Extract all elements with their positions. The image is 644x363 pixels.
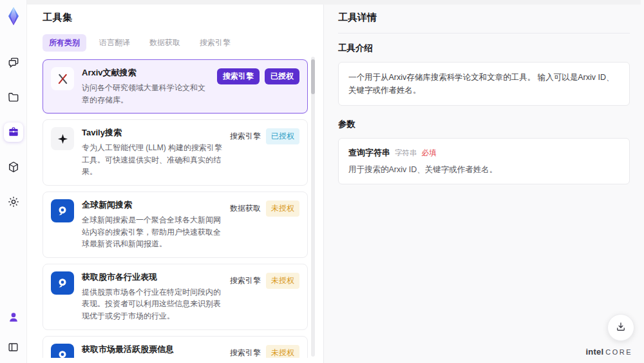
gear-icon bbox=[7, 195, 20, 208]
param-description: 用于搜索的Arxiv ID、关键字或作者姓名。 bbox=[348, 164, 620, 175]
tool-description: 全球新闻搜索是一个聚合全球各大新闻网站内容的搜索引擎，帮助用户快速获取全球最新资… bbox=[82, 214, 222, 250]
download-icon bbox=[615, 321, 627, 335]
app-window: 工具集 所有类别 语言翻译 数据获取 搜索引擎 Arxiv文献搜索 访问各个研究… bbox=[0, 0, 644, 363]
detail-title: 工具详情 bbox=[338, 12, 630, 34]
category-badge: 搜索引擎 bbox=[230, 128, 261, 144]
tool-description: 提供股票市场各个行业在特定时间段内的表现。投资者可以利用这些信息来识别表现优于或… bbox=[82, 286, 222, 322]
app-logo-icon bbox=[4, 5, 23, 27]
param-type: 字符串 bbox=[395, 148, 417, 158]
params-heading: 参数 bbox=[338, 119, 630, 130]
tab-search-engine[interactable]: 搜索引擎 bbox=[193, 34, 237, 52]
tab-all-categories[interactable]: 所有类别 bbox=[43, 34, 86, 52]
sidebar-item-models[interactable] bbox=[4, 157, 23, 177]
intro-box: 一个用于从Arxiv存储库搜索科学论文和文章的工具。 输入可以是Arxiv ID… bbox=[338, 62, 630, 106]
tool-name: Arxiv文献搜索 bbox=[82, 67, 209, 79]
tab-data-acquisition[interactable]: 数据获取 bbox=[143, 34, 187, 52]
param-name: 查询字符串 bbox=[348, 147, 390, 159]
status-badge: 已授权 bbox=[265, 68, 299, 84]
user-avatar-button[interactable] bbox=[4, 308, 23, 327]
scrollbar-thumb[interactable] bbox=[311, 59, 315, 94]
tool-card-most-active-stocks[interactable]: 获取市场最活跃股票信息 提供当天交易量最高的股票列表。投资者可以利用这些信息来识… bbox=[43, 336, 308, 358]
download-button[interactable] bbox=[607, 314, 634, 341]
status-badge: 未授权 bbox=[266, 345, 299, 358]
tool-card-tavily[interactable]: Tavily搜索 专为人工智能代理 (LLM) 构建的搜索引擎工具。可快速提供实… bbox=[43, 119, 308, 186]
tool-name: 全球新闻搜索 bbox=[82, 199, 222, 211]
user-icon bbox=[7, 311, 20, 324]
tool-card-global-news[interactable]: 全球新闻搜索 全球新闻搜索是一个聚合全球各大新闻网站内容的搜索引擎，帮助用户快速… bbox=[43, 191, 308, 258]
folder-icon bbox=[7, 91, 20, 104]
cube-icon bbox=[7, 161, 20, 173]
blue-app-icon bbox=[51, 199, 74, 222]
tool-list-panel: 工具集 所有类别 语言翻译 数据获取 搜索引擎 Arxiv文献搜索 访问各个研究… bbox=[27, 0, 323, 363]
tool-description: 专为人工智能代理 (LLM) 构建的搜索引擎工具。可快速提供实时、准确和真实的结… bbox=[82, 142, 222, 178]
arxiv-icon bbox=[51, 67, 74, 90]
intro-heading: 工具介绍 bbox=[338, 43, 630, 54]
tab-language-translation[interactable]: 语言翻译 bbox=[93, 34, 137, 52]
category-badge: 搜索引擎 bbox=[217, 68, 260, 84]
tool-detail-panel: 工具详情 工具介绍 一个用于从Arxiv存储库搜索科学论文和文章的工具。 输入可… bbox=[323, 0, 644, 363]
category-tabs: 所有类别 语言翻译 数据获取 搜索引擎 bbox=[43, 34, 323, 52]
page-title: 工具集 bbox=[43, 12, 323, 24]
tool-name: 获取股市各行业表现 bbox=[82, 271, 222, 283]
category-badge: 数据获取 bbox=[230, 201, 261, 217]
tool-name: Tavily搜索 bbox=[82, 127, 222, 139]
status-badge: 已授权 bbox=[266, 128, 299, 144]
sidebar-rail bbox=[0, 0, 27, 363]
category-badge: 搜索引擎 bbox=[230, 345, 261, 358]
status-badge: 未授权 bbox=[266, 201, 299, 217]
sidebar-item-chat[interactable] bbox=[4, 53, 23, 72]
tool-card-list: Arxiv文献搜索 访问各个研究领域大量科学论文和文章的存储库。 搜索引擎 已授… bbox=[43, 59, 308, 358]
brand-core: core bbox=[605, 348, 632, 356]
sidebar-item-tools[interactable] bbox=[4, 123, 23, 142]
status-badge: 未授权 bbox=[266, 273, 299, 289]
list-scrollbar[interactable] bbox=[311, 57, 315, 357]
blue-app-icon bbox=[51, 344, 74, 358]
star-icon bbox=[51, 127, 74, 150]
tool-description: 访问各个研究领域大量科学论文和文章的存储库。 bbox=[82, 82, 209, 106]
intro-text: 一个用于从Arxiv存储库搜索科学论文和文章的工具。 输入可以是Arxiv ID… bbox=[348, 71, 620, 97]
briefcase-icon bbox=[7, 126, 20, 139]
param-required-badge: 必填 bbox=[422, 148, 437, 158]
param-box: 查询字符串 字符串 必填 用于搜索的Arxiv ID、关键字或作者姓名。 bbox=[338, 138, 630, 184]
intel-core-logo: intel core bbox=[585, 347, 632, 357]
blue-app-icon bbox=[51, 271, 74, 295]
tool-name: 获取市场最活跃股票信息 bbox=[82, 344, 222, 355]
brand-intel: intel bbox=[585, 347, 603, 357]
collapse-panel-button[interactable] bbox=[4, 337, 23, 357]
window-top-strip bbox=[27, 0, 641, 5]
tool-card-arxiv[interactable]: Arxiv文献搜索 访问各个研究领域大量科学论文和文章的存储库。 搜索引擎 已授… bbox=[43, 59, 308, 113]
sidebar-bottom bbox=[4, 308, 23, 357]
sidebar-nav bbox=[4, 53, 23, 211]
sidebar-item-settings[interactable] bbox=[4, 192, 23, 211]
panel-icon bbox=[7, 341, 19, 353]
chat-icon bbox=[7, 56, 20, 69]
tool-card-sector-performance[interactable]: 获取股市各行业表现 提供股票市场各个行业在特定时间段内的表现。投资者可以利用这些… bbox=[43, 264, 308, 330]
sidebar-item-files[interactable] bbox=[4, 88, 23, 107]
category-badge: 搜索引擎 bbox=[230, 273, 261, 289]
